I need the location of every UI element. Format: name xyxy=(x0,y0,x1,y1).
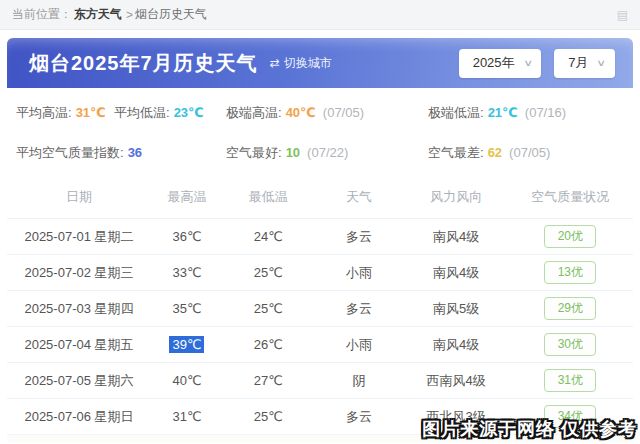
stat-worst-air-value: 62 xyxy=(488,145,502,160)
cell-aqi: 13优 xyxy=(508,261,633,284)
stat-extreme-high-value: 40℃ xyxy=(286,105,316,120)
cell-wind: 南风5级 xyxy=(404,299,507,319)
breadcrumb-link-page[interactable]: 烟台历史天气 xyxy=(135,6,207,23)
stat-worst-air: 空气最差:62(07/05) xyxy=(428,144,624,162)
stat-best-air-date: (07/22) xyxy=(307,145,348,160)
col-header-low: 最低温 xyxy=(223,188,314,206)
table-body: 2025-07-01 星期二 36℃ 24℃ 多云 南风4级 20优 2025-… xyxy=(7,218,633,434)
month-select[interactable]: 7月 ∨ xyxy=(554,49,615,78)
year-select[interactable]: 2025年 ∨ xyxy=(459,49,542,78)
month-select-value: 7月 xyxy=(568,54,588,72)
watermark-text: 图片来源于网络 仅供参考 xyxy=(422,417,637,441)
col-header-wind: 风力风向 xyxy=(404,188,507,206)
cell-low-temp: 26℃ xyxy=(223,336,314,353)
cell-wind: 南风4级 xyxy=(404,227,507,247)
aqi-badge: 13优 xyxy=(544,261,596,284)
cell-high-temp: 40℃ xyxy=(151,372,223,389)
cell-date: 2025-07-05 星期六 xyxy=(7,371,151,391)
stat-avg-aqi: 平均空气质量指数:36 xyxy=(16,144,226,162)
stat-avg-high: 平均高温:31℃ xyxy=(16,104,114,122)
cell-aqi: 31优 xyxy=(508,369,633,392)
col-header-high: 最高温 xyxy=(151,188,223,206)
stat-extreme-low: 极端低温:21℃(07/16) xyxy=(428,104,624,122)
stat-best-air-value: 10 xyxy=(286,145,300,160)
cell-low-temp: 25℃ xyxy=(223,264,314,281)
cell-low-temp: 25℃ xyxy=(223,300,314,317)
cell-weather: 多云 xyxy=(314,299,405,319)
cell-wind: 西南风4级 xyxy=(404,371,507,391)
stat-extreme-high: 极端高温:40℃(07/05) xyxy=(226,104,428,122)
page-title: 烟台2025年7月历史天气 xyxy=(29,50,258,77)
aqi-badge: 29优 xyxy=(544,297,596,320)
cell-aqi: 20优 xyxy=(508,225,633,248)
stat-best-air: 空气最好:10(07/22) xyxy=(226,144,428,162)
cell-high-temp: 31℃ xyxy=(151,408,223,425)
cell-low-temp: 24℃ xyxy=(223,228,314,245)
cell-high-temp: 36℃ xyxy=(151,228,223,245)
content-card: 烟台2025年7月历史天气 ⇄ 切换城市 2025年 ∨ 7月 ∨ 平均高温:3… xyxy=(7,38,633,442)
cell-weather: 多云 xyxy=(314,227,405,247)
stats-panel: 平均高温:31℃ 平均低温:23℃ 极端高温:40℃(07/05) 极端低温:2… xyxy=(7,88,633,172)
stat-avg-low: 平均低温:23℃ xyxy=(114,104,226,122)
stat-avg-high-value: 31℃ xyxy=(76,105,106,120)
col-header-date: 日期 xyxy=(7,188,151,206)
stat-extreme-low-date: (07/16) xyxy=(525,105,566,120)
cell-high-temp: 33℃ xyxy=(151,264,223,281)
breadcrumb-link-site[interactable]: 东方天气 xyxy=(74,6,122,23)
breadcrumb-separator: > xyxy=(126,8,133,22)
cell-high-temp: 35℃ xyxy=(151,300,223,317)
stat-avg-aqi-value: 36 xyxy=(128,145,142,160)
table-row: 2025-07-02 星期三 33℃ 25℃ 小雨 南风4级 13优 xyxy=(7,254,633,290)
aqi-badge: 31优 xyxy=(544,369,596,392)
cell-date: 2025-07-06 星期日 xyxy=(7,407,151,427)
switch-city-label: 切换城市 xyxy=(284,55,332,72)
aqi-badge: 20优 xyxy=(544,225,596,248)
chevron-down-icon: ∨ xyxy=(523,58,533,68)
aqi-badge: 30优 xyxy=(544,333,596,356)
breadcrumb: 当前位置： 东方天气 > 烟台历史天气 ▤ xyxy=(0,0,640,30)
col-header-weather: 天气 xyxy=(314,188,405,206)
cell-date: 2025-07-02 星期三 xyxy=(7,263,151,283)
col-header-aqi: 空气质量状况 xyxy=(508,188,633,206)
cell-wind: 南风4级 xyxy=(404,263,507,283)
page-header: 烟台2025年7月历史天气 ⇄ 切换城市 2025年 ∨ 7月 ∨ xyxy=(7,38,633,88)
cell-weather: 小雨 xyxy=(314,263,405,283)
cell-aqi: 29优 xyxy=(508,297,633,320)
cell-date: 2025-07-04 星期五 xyxy=(7,335,151,355)
cell-aqi: 30优 xyxy=(508,333,633,356)
switch-city-button[interactable]: ⇄ 切换城市 xyxy=(270,55,332,72)
stat-worst-air-date: (07/05) xyxy=(509,145,550,160)
cell-wind: 南风4级 xyxy=(404,335,507,355)
year-select-value: 2025年 xyxy=(473,54,515,72)
cell-weather: 小雨 xyxy=(314,335,405,355)
cell-date: 2025-07-01 星期二 xyxy=(7,227,151,247)
cell-weather: 阴 xyxy=(314,371,405,391)
cell-low-temp: 25℃ xyxy=(223,408,314,425)
cell-low-temp: 27℃ xyxy=(223,372,314,389)
stat-extreme-high-date: (07/05) xyxy=(323,105,364,120)
cell-weather: 多云 xyxy=(314,407,405,427)
cell-date: 2025-07-03 星期四 xyxy=(7,299,151,319)
stat-extreme-low-value: 21℃ xyxy=(488,105,518,120)
corner-menu-icon: ▤ xyxy=(617,8,628,22)
breadcrumb-label: 当前位置： xyxy=(12,6,72,23)
stat-avg-low-value: 23℃ xyxy=(174,105,204,120)
weather-table: 日期 最高温 最低温 天气 风力风向 空气质量状况 2025-07-01 星期二… xyxy=(7,176,633,442)
table-row: 2025-07-05 星期六 40℃ 27℃ 阴 西南风4级 31优 xyxy=(7,362,633,398)
table-row: 2025-07-01 星期二 36℃ 24℃ 多云 南风4级 20优 xyxy=(7,218,633,254)
table-row: 2025-07-03 星期四 35℃ 25℃ 多云 南风5级 29优 xyxy=(7,290,633,326)
table-header-row: 日期 最高温 最低温 天气 风力风向 空气质量状况 xyxy=(7,176,633,218)
cell-high-temp: 39℃ xyxy=(151,336,223,353)
chevron-down-icon: ∨ xyxy=(597,58,607,68)
swap-arrows-icon: ⇄ xyxy=(270,56,280,70)
table-row: 2025-07-04 星期五 39℃ 26℃ 小雨 南风4级 30优 xyxy=(7,326,633,362)
